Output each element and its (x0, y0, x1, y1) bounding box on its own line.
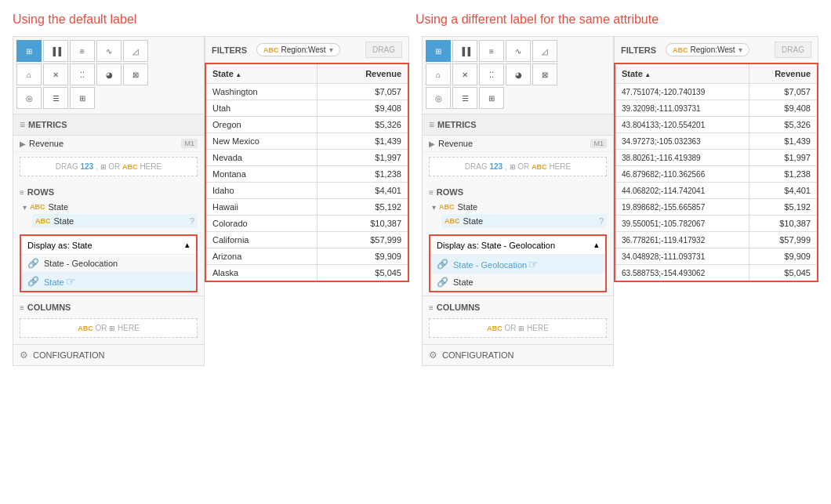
right-revenue-row[interactable]: ▶ Revenue M1 (423, 136, 613, 152)
right-viz-map-btn[interactable]: ⌂ (426, 63, 451, 85)
right-viz-bar-btn[interactable]: ▐▐ (452, 40, 477, 62)
table-row: 43.804133;-120.554201$5,326 (615, 117, 818, 133)
right-state-row[interactable]: ABC State ? (441, 214, 607, 228)
table-row: 63.588753;-154.493062$5,045 (615, 265, 818, 282)
right-cols-drag-grid: ⊞ (518, 325, 524, 332)
right-drag-area[interactable]: DRAG 123 , ⊞ OR ABC HERE (429, 157, 607, 176)
viz-donut-btn[interactable]: ◎ (16, 87, 42, 109)
left-col-state-label: State (212, 69, 234, 78)
left-revenue-row[interactable]: ▶ Revenue M1 (13, 136, 204, 152)
right-abc-state-label: State (458, 202, 604, 212)
right-cols-drag-or: OR (504, 324, 518, 332)
table-row: Colorado$10,387 (205, 216, 408, 232)
left-drag-area[interactable]: DRAG 123 , ⊞ OR ABC HERE (20, 157, 198, 176)
right-viz-filter-btn[interactable]: ≡ (479, 40, 504, 62)
left-option-geolocation[interactable]: 🔗 State - Geolocation (21, 255, 196, 272)
revenue-cell: $1,439 (317, 133, 408, 150)
right-viz-line-btn[interactable]: ∿ (506, 40, 531, 62)
table-row: 38.80261;-116.419389$1,997 (615, 150, 818, 166)
viz-line-btn[interactable]: ∿ (96, 40, 122, 62)
right-option-geolocation[interactable]: 🔗 State - Geolocation (430, 255, 605, 274)
viz-funnel-btn[interactable]: ⊠ (123, 63, 148, 85)
right-config-row[interactable]: ⚙ CONFIGURATION (423, 344, 613, 365)
state-cell: Arizona (205, 248, 317, 265)
left-help-icon[interactable]: ? (190, 216, 194, 226)
right-state-row-label: State (463, 216, 599, 226)
right-viz-table2-btn[interactable]: ☰ (452, 87, 477, 109)
table-row: 46.879682;-110.362566$1,238 (615, 166, 818, 183)
right-columns-drag[interactable]: ABC OR ⊞ HERE (429, 318, 607, 338)
viz-row-3: ◎ ☰ ⊞ (16, 87, 201, 109)
viz-area-btn[interactable]: ◿ (123, 40, 148, 62)
right-config-label: CONFIGURATION (442, 350, 513, 360)
left-region-filter[interactable]: ABC Region: West ▾ (256, 43, 340, 56)
left-config-label: CONFIGURATION (33, 350, 104, 360)
left-abc-state-item[interactable]: ▾ ABC State (20, 200, 198, 214)
table-row: 44.068202;-114.742041$4,401 (615, 183, 818, 199)
right-rows-title: ≡ ROWS (429, 184, 607, 200)
revenue-cell: $4,401 (317, 183, 408, 199)
left-option-state[interactable]: 🔗 State (21, 272, 196, 291)
right-viz-row-1: ⊞ ▐▐ ≡ ∿ ◿ (426, 40, 610, 62)
viz-filter-btn[interactable]: ≡ (70, 40, 95, 62)
right-region-filter[interactable]: ABC Region: West ▾ (666, 43, 749, 56)
right-help-icon[interactable]: ? (599, 216, 604, 226)
left-title: Using the default label (13, 13, 416, 27)
right-drag-123: 123 (490, 162, 503, 171)
left-filter-bar: FILTERS ABC Region: West ▾ DRAG (205, 36, 409, 63)
left-columns-drag[interactable]: ABC OR ⊞ HERE (20, 318, 198, 338)
right-viz-pie-btn[interactable]: ◕ (506, 63, 531, 85)
left-metrics-label: METRICS (28, 120, 67, 129)
right-option-state[interactable]: 🔗 State (430, 274, 605, 291)
revenue-cell: $9,408 (749, 100, 818, 117)
left-col-state[interactable]: State (205, 63, 317, 84)
viz-scatter-btn[interactable]: ⁚⁚ (70, 63, 95, 85)
right-viz-donut-btn[interactable]: ◎ (426, 87, 451, 109)
viz-pie-btn[interactable]: ◕ (96, 63, 122, 85)
right-viz-pivot-btn[interactable]: ⊞ (479, 87, 504, 109)
state-cell: 43.804133;-120.554201 (615, 117, 749, 133)
right-metrics-label: METRICS (437, 120, 477, 129)
revenue-cell: $9,909 (749, 248, 818, 265)
left-abc-state-label: State (49, 202, 195, 212)
left-display-as-header[interactable]: Display as: State ▴ (21, 236, 196, 255)
right-viz-area-btn[interactable]: ◿ (532, 40, 557, 62)
right-viz-funnel-btn[interactable]: ⊠ (532, 63, 557, 85)
right-viz-scatter-btn[interactable]: ⁚⁚ (479, 63, 504, 85)
right-col-revenue[interactable]: Revenue (749, 63, 818, 84)
left-cols-drag-here: HERE (118, 324, 140, 332)
viz-map-btn[interactable]: ⌂ (16, 63, 42, 85)
left-col-revenue[interactable]: Revenue (317, 63, 408, 84)
viz-table2-btn[interactable]: ☰ (43, 87, 68, 109)
state-cell: 47.751074;-120.740139 (615, 84, 749, 100)
viz-x-btn[interactable]: ✕ (43, 63, 68, 85)
left-config-row[interactable]: ⚙ CONFIGURATION (13, 344, 204, 365)
expand-icon: ▶ (20, 140, 26, 148)
right-viz-table-btn[interactable]: ⊞ (426, 40, 451, 62)
right-abc-state-item[interactable]: ▾ ABC State (429, 200, 607, 214)
left-filter-chevron: ▾ (329, 45, 333, 54)
revenue-cell: $5,045 (317, 265, 408, 282)
table-row: Hawaii$5,192 (205, 199, 408, 216)
right-display-as-header[interactable]: Display as: State - Geolocation ▴ (430, 236, 605, 255)
right-filter-region-prefix: Region: (691, 45, 717, 54)
right-display-as-box: Display as: State - Geolocation ▴ 🔗 Stat… (429, 234, 607, 292)
right-viz-row-2: ⌂ ✕ ⁚⁚ ◕ ⊠ (426, 63, 610, 85)
state-cell: 34.97273;-105.032363 (615, 133, 749, 150)
right-viz-x-btn[interactable]: ✕ (452, 63, 477, 85)
left-state-row[interactable]: ABC State ? (32, 214, 198, 228)
right-col-state[interactable]: State (615, 63, 749, 84)
left-rows-title: ≡ ROWS (20, 184, 198, 200)
viz-pivot-btn[interactable]: ⊞ (70, 87, 95, 109)
state-cell: 38.80261;-116.419389 (615, 150, 749, 166)
viz-table-btn[interactable]: ⊞ (16, 40, 42, 62)
revenue-cell: $4,401 (749, 183, 818, 199)
rows-icon: ≡ (20, 188, 24, 197)
state-cell: Alaska (205, 265, 317, 282)
table-row: 39.550051;-105.782067$10,387 (615, 216, 818, 232)
state-cell: Washington (205, 84, 317, 100)
viz-bar-btn[interactable]: ▐▐ (43, 40, 68, 62)
right-rows-icon: ≡ (429, 188, 434, 197)
revenue-cell: $1,439 (749, 133, 818, 150)
right-columns-label: COLUMNS (437, 303, 481, 312)
